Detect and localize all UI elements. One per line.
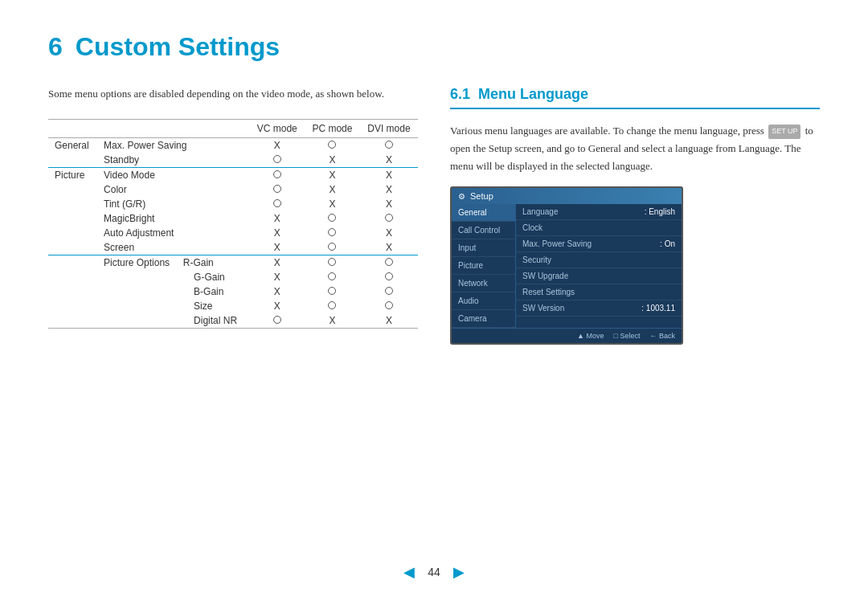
table-row: B-GainX [48,284,418,299]
pc-cell: X [305,153,360,168]
vc-cell [249,167,305,182]
category-cell [48,270,97,284]
setup-sidebar-item[interactable]: General [452,204,515,222]
label-cell: Standby [97,153,249,168]
setup-footer-item: ▲ Move [577,332,604,340]
setup-sidebar-item[interactable]: Camera [452,310,515,328]
x-mark: X [386,315,392,326]
right-column: 6.1 Menu Language Various menu languages… [450,86,820,547]
table-row: ColorXX [48,182,418,197]
label-cell: Size [97,299,249,313]
table-row: PictureVideo ModeXX [48,167,418,182]
setup-sidebar-item[interactable]: Network [452,275,515,292]
section-text: Various menu languages are available. To… [450,122,820,175]
text-part1: Various menu languages are available. To… [450,125,764,137]
x-mark: X [329,170,335,181]
label-cell: Max. Power Saving [97,137,249,153]
circle-icon [328,287,336,295]
x-mark: X [329,198,335,210]
x-mark: X [386,170,392,181]
circle-icon [385,287,393,295]
table-row: GeneralMax. Power SavingX [48,137,418,153]
section-title-area: 6.1 Menu Language [450,86,820,109]
setup-row-val: : 1003.11 [641,304,675,313]
setup-title: Setup [470,191,493,201]
setup-sidebar-item[interactable]: Audio [452,292,515,310]
circle-icon [385,214,393,222]
setup-icon: ⚙ [458,192,465,201]
setup-main: Language: EnglishClockMax. Power Saving:… [516,204,682,328]
circle-icon [273,316,281,324]
x-mark: X [329,184,335,195]
category-cell [48,313,97,329]
table-row: Picture Options R-GainX [48,255,418,270]
x-mark: X [329,315,335,326]
category-cell [48,255,97,270]
vc-cell: X [249,240,305,255]
label-cell: Tint (G/R) [97,197,249,211]
pc-cell: X [305,167,360,182]
table-row: Digital NRXX [48,313,418,329]
section-number: 6.1 [450,86,470,103]
x-mark: X [386,227,392,239]
category-cell [48,182,97,197]
label-cell: B-Gain [97,284,249,299]
table-row: StandbyXX [48,153,418,168]
circle-icon [328,214,336,222]
x-mark: X [274,300,280,312]
setup-row-key: SW Version [522,304,564,313]
settings-table: VC mode PC mode DVI mode GeneralMax. Pow… [48,119,418,329]
pc-cell: X [305,182,360,197]
label-cell: MagicBright [97,211,249,226]
vc-cell: X [249,255,305,270]
pc-cell: X [305,313,360,329]
setup-screen-mockup: ⚙ Setup GeneralCall ControlInputPictureN… [450,186,683,345]
circle-icon [328,228,336,236]
label-cell: Color [97,182,249,197]
setup-row-val: : English [645,207,675,216]
setup-main-row: Language: English [516,204,682,220]
setup-main-row: Reset Settings [516,284,682,300]
content-area: Some menu options are disabled depending… [48,86,820,547]
setup-sidebar-item[interactable]: Input [452,239,515,257]
setup-row-key: SW Upgrade [522,272,568,280]
pc-cell [305,226,360,240]
category-cell [48,299,97,313]
setup-row-key: Clock [522,223,542,232]
label-cell: Screen [97,240,249,255]
table-row: MagicBrightX [48,211,418,226]
prev-arrow[interactable]: ◀ [403,563,415,581]
x-mark: X [386,198,392,210]
label-cell: Picture Options R-Gain [97,255,249,270]
circle-icon [273,155,281,163]
vc-cell [249,313,305,329]
dvi-cell [360,270,418,284]
setup-sidebar-item[interactable]: Picture [452,257,515,275]
category-cell [48,153,97,168]
setup-row-key: Language [522,207,559,216]
setup-row-key: Reset Settings [522,288,575,296]
vc-cell: X [249,211,305,226]
section-label: Menu Language [478,86,588,103]
setup-footer: ▲ Move□ Select← Back [452,328,682,343]
setup-main-row: Max. Power Saving: On [516,236,682,252]
vc-cell: X [249,284,305,299]
next-arrow[interactable]: ▶ [453,563,465,581]
circle-icon [385,272,393,280]
col-vc-mode: VC mode [249,119,305,137]
page-title-area: 6 Custom Settings [48,32,820,62]
category-cell [48,211,97,226]
x-mark: X [386,154,392,166]
dvi-cell [360,299,418,313]
dvi-cell: X [360,167,418,182]
setup-sidebar-item[interactable]: Call Control [452,222,515,239]
x-mark: X [274,272,280,283]
setup-row-key: Max. Power Saving [522,239,592,248]
x-mark: X [274,227,280,239]
dvi-cell [360,255,418,270]
pc-cell [305,270,360,284]
label-cell: Video Mode [97,167,249,182]
vc-cell: X [249,299,305,313]
col-dvi-mode: DVI mode [360,119,418,137]
dvi-cell: X [360,226,418,240]
